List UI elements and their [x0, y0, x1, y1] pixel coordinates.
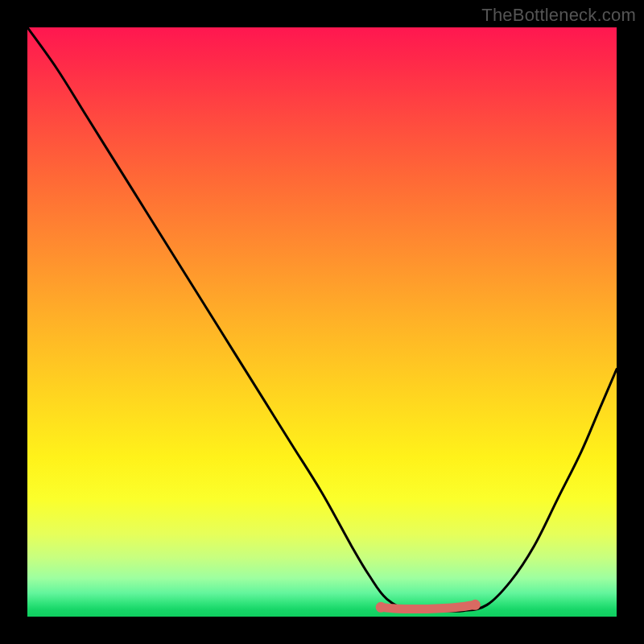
- highlight-dot-start: [376, 602, 386, 613]
- main-curve: [27, 27, 617, 612]
- highlight-segment: [381, 605, 475, 609]
- curve-svg: [27, 27, 617, 617]
- highlight-dot-end: [470, 600, 481, 610]
- plot-area: [27, 27, 617, 617]
- chart-frame: TheBottleneck.com: [0, 0, 644, 644]
- watermark-text: TheBottleneck.com: [481, 5, 636, 26]
